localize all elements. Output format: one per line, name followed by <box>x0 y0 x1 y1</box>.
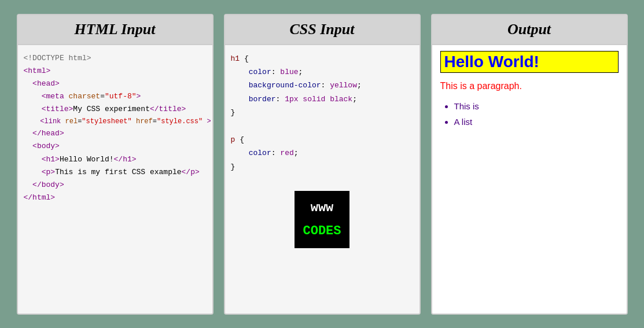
logo-codes-text: CODES <box>303 220 341 243</box>
output-title-text: Output <box>507 21 551 38</box>
html-line-h1: <h1>Hello World!</h1> <box>24 153 207 166</box>
html-line-head-close: </head> <box>24 127 207 140</box>
html-line-title: <title>My CSS experiment</title> <box>24 103 207 116</box>
html-line-html-close: </html> <box>24 191 207 204</box>
output-h1: Hello World! <box>440 51 619 73</box>
logo-www-text: www <box>303 197 341 220</box>
css-h1-close: } <box>231 106 414 119</box>
css-border-prop: border: 1px solid black; <box>231 93 414 106</box>
css-input-panel: CSS Input h1 { color: blue; background-c… <box>224 14 421 315</box>
css-h1-selector: h1 { <box>231 52 414 65</box>
css-title-text: CSS Input <box>289 21 354 38</box>
logo-box: www CODES <box>295 191 349 248</box>
html-line-html-open: <html> <box>24 65 207 78</box>
output-paragraph: This is a paragraph. <box>440 81 619 91</box>
output-list: This is A list <box>454 98 619 130</box>
html-title-text: HTML Input <box>75 21 156 38</box>
css-panel-title: CSS Input <box>225 15 419 45</box>
html-line-body-open: <body> <box>24 140 207 153</box>
css-bgcolor-prop: background-color: yellow; <box>231 79 414 92</box>
html-panel-body: <!DOCTYPE html> <html> <head> <meta char… <box>18 45 212 314</box>
output-panel: Output Hello World! This is a paragraph.… <box>431 14 628 315</box>
html-line-head-open: <head> <box>24 78 207 90</box>
html-line-p: <p>This is my first CSS example</p> <box>24 166 207 179</box>
css-p-close: } <box>231 160 414 174</box>
output-panel-title: Output <box>432 15 627 45</box>
html-line-link: <link rel="stylesheet" href="style.css" … <box>24 116 207 127</box>
output-panel-body: Hello World! This is a paragraph. This i… <box>432 45 627 314</box>
html-line-meta: <meta charset="utf-8"> <box>24 90 207 103</box>
html-panel-title: HTML Input <box>18 15 212 45</box>
html-line-doctype: <!DOCTYPE html> <box>24 52 207 65</box>
css-color-prop: color: blue; <box>231 65 414 79</box>
css-spacer <box>231 119 414 132</box>
list-item-2: A list <box>454 114 619 130</box>
css-p-selector: p { <box>231 133 414 146</box>
list-item-1: This is <box>454 98 619 114</box>
html-input-panel: HTML Input <!DOCTYPE html> <html> <head>… <box>17 14 214 315</box>
logo-container: www CODES <box>231 191 414 248</box>
css-p-color-prop: color: red; <box>231 146 414 160</box>
css-panel-body: h1 { color: blue; background-color: yell… <box>225 45 419 314</box>
html-line-body-close: </body> <box>24 179 207 191</box>
